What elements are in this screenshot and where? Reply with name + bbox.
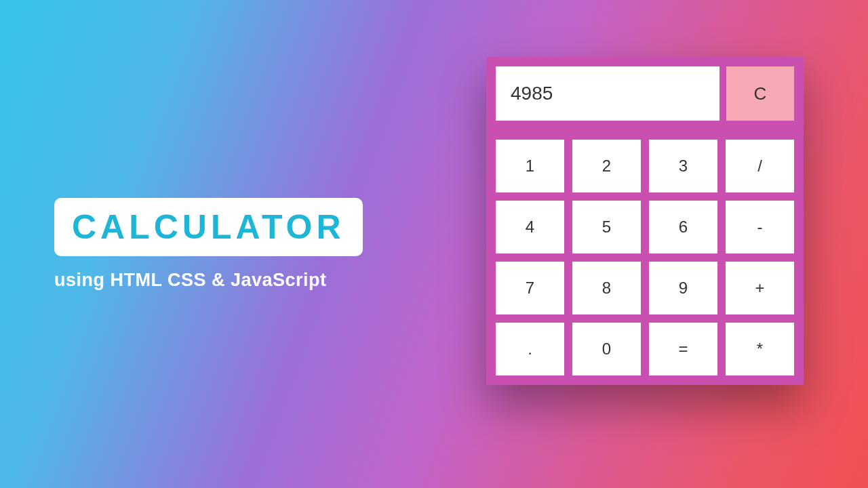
display-input[interactable]: 4985	[496, 66, 719, 121]
calculator: 4985 C 1 2 3 / 4 5 6 - 7 8 9 + . 0 = *	[486, 57, 804, 385]
key-8[interactable]: 8	[572, 262, 641, 314]
key-multiply[interactable]: *	[726, 323, 794, 375]
keypad: 1 2 3 / 4 5 6 - 7 8 9 + . 0 = *	[496, 140, 794, 375]
key-minus[interactable]: -	[726, 201, 794, 253]
key-7[interactable]: 7	[496, 262, 564, 314]
display-row: 4985 C	[496, 66, 794, 121]
clear-button[interactable]: C	[726, 66, 794, 121]
key-2[interactable]: 2	[572, 140, 641, 192]
subtitle: using HTML CSS & JavaScript	[54, 270, 363, 291]
key-1[interactable]: 1	[496, 140, 564, 192]
key-dot[interactable]: .	[496, 323, 564, 375]
key-equals[interactable]: =	[649, 323, 717, 375]
key-6[interactable]: 6	[649, 201, 717, 253]
key-4[interactable]: 4	[496, 201, 564, 253]
title-badge: CALCULATOR	[54, 198, 363, 256]
key-divide[interactable]: /	[726, 140, 794, 192]
key-5[interactable]: 5	[572, 201, 641, 253]
title-block: CALCULATOR using HTML CSS & JavaScript	[54, 198, 363, 291]
key-3[interactable]: 3	[649, 140, 717, 192]
key-9[interactable]: 9	[649, 262, 717, 314]
key-plus[interactable]: +	[726, 262, 794, 314]
page-title: CALCULATOR	[72, 207, 345, 247]
key-0[interactable]: 0	[572, 323, 641, 375]
